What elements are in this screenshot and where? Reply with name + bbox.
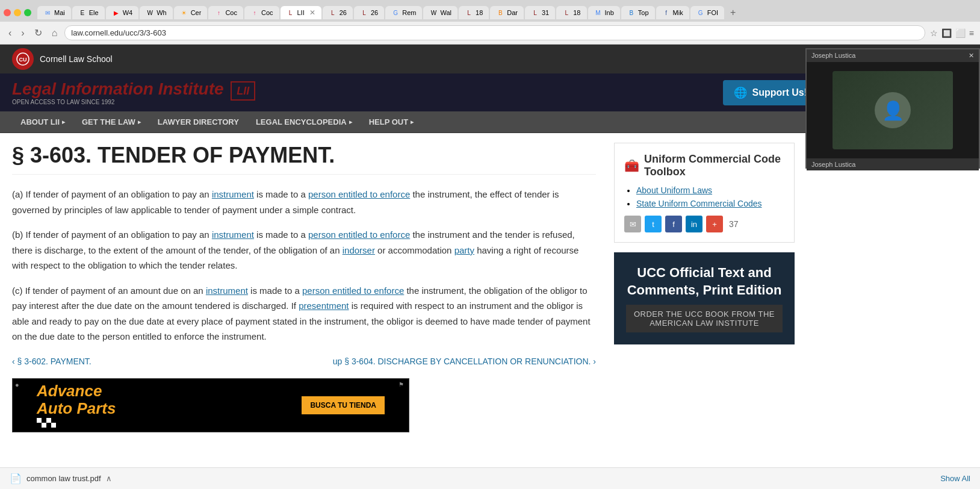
sidebar: 🧰 Uniform Commercial Code Toolbox About … bbox=[614, 143, 795, 438]
tab-coc1[interactable]: ↑Coc bbox=[208, 6, 243, 19]
section-a: (a) If tender of payment of an obligatio… bbox=[12, 187, 596, 217]
encyclopedia-arrow-icon: ▸ bbox=[349, 119, 352, 125]
tab-cer[interactable]: ☀Cer bbox=[174, 6, 208, 19]
reload-button[interactable]: ↻ bbox=[32, 26, 45, 40]
nav-legal-encyclopedia[interactable]: LEGAL ENCYCLOPEDIA ▸ bbox=[247, 111, 361, 132]
minimize-button[interactable] bbox=[14, 9, 21, 16]
lii-favicon: L bbox=[287, 8, 295, 17]
tab-bar: ✉Mai EEle ▶W4 WWh ☀Cer ↑Coc ↑Coc LLII✕ L… bbox=[0, 0, 980, 22]
tab-mik[interactable]: fMik bbox=[656, 6, 689, 19]
link-instrument-1[interactable]: instrument bbox=[212, 189, 254, 199]
link-presentment[interactable]: presentment bbox=[299, 301, 349, 311]
tab-26a[interactable]: L26 bbox=[323, 6, 353, 19]
cornell-name: Cornell Law School bbox=[40, 54, 113, 64]
support-button[interactable]: 🌐 Support Us! bbox=[723, 80, 818, 105]
tab-close-icon[interactable]: ✕ bbox=[309, 8, 315, 17]
tab-26b[interactable]: L26 bbox=[354, 6, 384, 19]
18a-favicon: L bbox=[465, 8, 473, 17]
share-twitter-icon[interactable]: t bbox=[645, 216, 662, 232]
close-button[interactable] bbox=[4, 9, 11, 16]
tab-top[interactable]: BTop bbox=[621, 6, 655, 19]
share-plus-icon[interactable]: + bbox=[706, 216, 723, 232]
home-button[interactable]: ⌂ bbox=[49, 26, 60, 40]
rem-favicon: G bbox=[391, 8, 400, 17]
tab-18b[interactable]: L18 bbox=[556, 6, 586, 19]
traffic-lights bbox=[4, 9, 31, 16]
maximize-button[interactable] bbox=[24, 9, 31, 16]
link-party[interactable]: party bbox=[454, 245, 474, 255]
next-section-link[interactable]: up § 3-604. DISCHARGE BY CANCELLATION OR… bbox=[333, 357, 596, 366]
tab-coc2[interactable]: ↑Coc bbox=[244, 6, 279, 19]
forward-button[interactable]: › bbox=[19, 26, 26, 40]
tab-mail[interactable]: ✉Mai bbox=[37, 6, 71, 19]
dar-favicon: B bbox=[496, 8, 504, 17]
checkered-flag bbox=[37, 418, 116, 428]
back-button[interactable]: ‹ bbox=[6, 26, 14, 40]
section-c: (c) If tender of payment of an amount du… bbox=[12, 283, 596, 344]
video-overlay: Joseph Lustica ✕ 👤 Joseph Lustica bbox=[805, 48, 980, 169]
prev-section-link[interactable]: ‹ § 3-602. PAYMENT. bbox=[12, 357, 91, 366]
tab-wal[interactable]: WWal bbox=[423, 6, 457, 19]
ad-close-icon[interactable]: ● bbox=[15, 381, 19, 388]
tab-dar[interactable]: BDar bbox=[490, 6, 524, 19]
link-person-enforce-3[interactable]: person entitled to enforce bbox=[302, 285, 404, 296]
avatar: 👤 bbox=[875, 92, 911, 128]
state-ucc-link[interactable]: State Uniform Commercial Codes bbox=[636, 199, 784, 208]
url-input[interactable] bbox=[64, 25, 925, 40]
top-favicon: B bbox=[627, 8, 636, 17]
advance-auto-ad: ● AdvanceAuto Parts BUSCA TU TIENDA ⚑ bbox=[12, 378, 409, 432]
nav-lawyer-directory[interactable]: LAWYER DIRECTORY bbox=[149, 111, 247, 132]
tab-18a[interactable]: L18 bbox=[459, 6, 489, 19]
share-linkedin-icon[interactable]: in bbox=[686, 216, 702, 232]
w4-favicon: ▶ bbox=[112, 8, 120, 17]
tab-rem[interactable]: GRem bbox=[385, 6, 422, 19]
video-header: Joseph Lustica ✕ bbox=[807, 49, 979, 62]
link-person-enforce-1[interactable]: person entitled to enforce bbox=[308, 189, 410, 199]
tab-31[interactable]: L31 bbox=[525, 6, 555, 19]
link-instrument-3[interactable]: instrument bbox=[206, 285, 248, 296]
new-tab-button[interactable]: + bbox=[725, 5, 740, 20]
share-email-icon[interactable]: ✉ bbox=[624, 216, 641, 232]
window-icon[interactable]: ⬜ bbox=[955, 28, 966, 38]
coc2-favicon: ↑ bbox=[250, 8, 259, 17]
cornell-logo[interactable]: CU bbox=[12, 48, 34, 70]
inb-favicon: M bbox=[594, 8, 603, 17]
nav-links: ‹ § 3-602. PAYMENT. up § 3-604. DISCHARG… bbox=[12, 357, 596, 366]
lii-subtitle: OPEN ACCESS TO LAW SINCE 1992 bbox=[12, 99, 255, 105]
support-icon: 🌐 bbox=[734, 86, 747, 99]
about-uniform-laws-link[interactable]: About Uniform Laws bbox=[636, 185, 784, 195]
ele-favicon: E bbox=[78, 8, 87, 17]
tab-ele[interactable]: EEle bbox=[72, 6, 105, 19]
expand-icon[interactable]: ∧ bbox=[106, 474, 112, 483]
video-feed: 👤 bbox=[833, 71, 953, 149]
extension-icon[interactable]: 🔲 bbox=[941, 28, 952, 38]
bookmark-icon[interactable]: ☆ bbox=[930, 28, 938, 38]
nav-help-out[interactable]: HELP OUT ▸ bbox=[361, 111, 423, 132]
mail-favicon: ✉ bbox=[43, 8, 52, 17]
cornell-logo-area: CU Cornell Law School bbox=[12, 48, 113, 70]
tab-wh[interactable]: WWh bbox=[140, 6, 173, 19]
section-b: (b) If tender of payment of an obligatio… bbox=[12, 227, 596, 273]
wal-favicon: W bbox=[429, 8, 438, 17]
share-facebook-icon[interactable]: f bbox=[665, 216, 682, 232]
tab-w4[interactable]: ▶W4 bbox=[106, 6, 139, 19]
busca-button[interactable]: BUSCA TU TIENDA bbox=[302, 396, 385, 414]
menu-icon[interactable]: ≡ bbox=[969, 28, 974, 38]
show-all-button[interactable]: Show All bbox=[940, 474, 970, 483]
nav-get-the-law[interactable]: GET THE LAW ▸ bbox=[73, 111, 149, 132]
tab-foi[interactable]: GFOI bbox=[690, 6, 724, 19]
page-title: § 3-603. TENDER OF PAYMENT. bbox=[12, 143, 596, 175]
pdf-icon: 📄 bbox=[10, 473, 22, 484]
link-person-enforce-2[interactable]: person entitled to enforce bbox=[308, 229, 410, 240]
link-indorser[interactable]: indorser bbox=[343, 245, 375, 255]
video-close-icon[interactable]: ✕ bbox=[969, 52, 974, 60]
getlaw-arrow-icon: ▸ bbox=[138, 119, 141, 125]
link-instrument-2[interactable]: instrument bbox=[212, 229, 254, 240]
nav-about-lii[interactable]: ABOUT LII ▸ bbox=[12, 111, 73, 132]
tab-inb[interactable]: MInb bbox=[588, 6, 620, 19]
ucc-promo: UCC Official Text and Comments, Print Ed… bbox=[614, 252, 795, 344]
toolbox-title: 🧰 Uniform Commercial Code Toolbox bbox=[624, 153, 784, 178]
lii-brand: Legal Information Institute LII OPEN ACC… bbox=[12, 79, 255, 105]
share-count: 37 bbox=[729, 219, 739, 229]
tab-lii-active[interactable]: LLII✕ bbox=[281, 6, 321, 19]
